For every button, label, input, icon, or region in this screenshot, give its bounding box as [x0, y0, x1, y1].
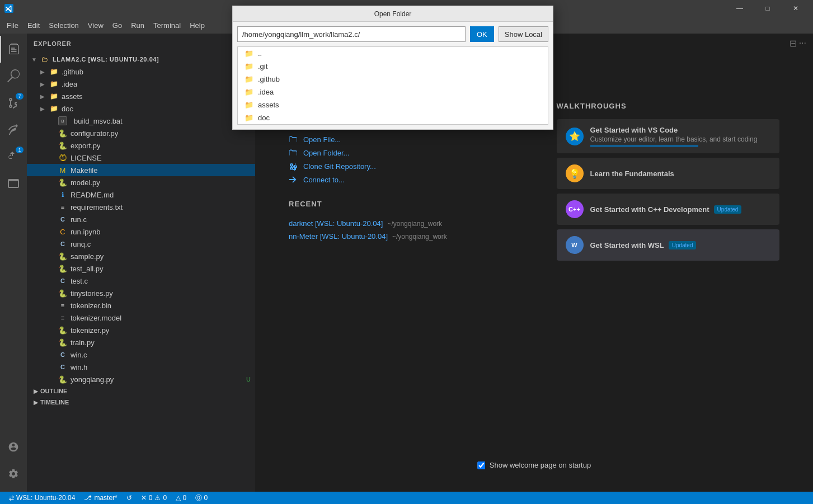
file-item-name: .github [258, 75, 280, 83]
folder-icon: 📁 [245, 62, 253, 70]
folder-icon: 📁 [245, 88, 253, 96]
folder-icon: 📁 [245, 114, 253, 122]
file-item-name: doc [258, 114, 270, 122]
dialog-file-item[interactable]: 📁 .git [238, 60, 548, 73]
file-item-name: .. [258, 49, 262, 58]
dialog-filelist: 📁 .. 📁 .git 📁 .github 📁 .idea 📁 assets 📁 [237, 46, 548, 125]
dialog-titlebar: Open Folder [233, 6, 553, 22]
folder-icon: 📁 [245, 101, 253, 109]
dialog-file-item[interactable]: 📁 .. [238, 47, 548, 60]
dialog-file-item[interactable]: 📁 doc [238, 111, 548, 124]
file-item-name: .idea [258, 88, 274, 96]
dialog-file-item[interactable]: 📁 assets [238, 98, 548, 111]
dialog-overlay: Open Folder OK Show Local 📁 .. 📁 .git 📁 … [0, 0, 813, 504]
dialog-input-row: OK Show Local [233, 22, 553, 46]
dialog-file-item[interactable]: 📁 .github [238, 73, 548, 86]
dialog-title: Open Folder [374, 10, 412, 18]
file-item-name: .git [258, 62, 267, 70]
dialog-file-item[interactable]: 📁 .idea [238, 86, 548, 98]
dialog-show-local-button[interactable]: Show Local [499, 26, 548, 42]
folder-up-icon: 📁 [245, 49, 253, 58]
open-folder-dialog: Open Folder OK Show Local 📁 .. 📁 .git 📁 … [232, 6, 553, 130]
dialog-ok-button[interactable]: OK [470, 26, 494, 42]
folder-icon: 📁 [245, 75, 253, 83]
file-item-name: assets [258, 101, 279, 109]
folder-path-input[interactable] [237, 26, 466, 42]
